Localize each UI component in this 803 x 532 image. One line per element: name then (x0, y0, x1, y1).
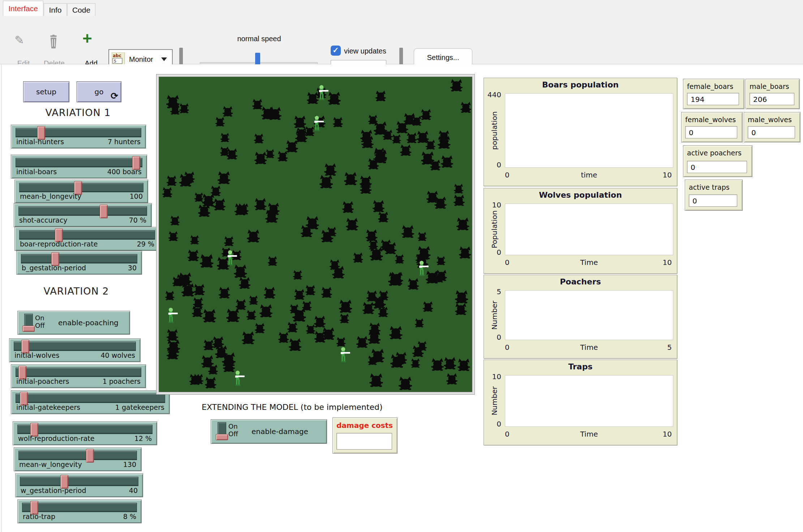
plot-area (505, 93, 673, 168)
boar-sprite (422, 301, 433, 312)
boar-sprite (416, 130, 429, 143)
slider-initial-gatekeepers[interactable]: initial-gatekeepers1 gatekeepers (11, 390, 170, 414)
delete-trash-icon[interactable] (48, 35, 59, 48)
slider-value: 70 % (129, 216, 146, 224)
plot-xmax-tick: 10 (663, 258, 672, 267)
tab-info-label: Info (49, 6, 61, 14)
boar-sprite (384, 242, 397, 254)
slider-initial-poachers[interactable]: initial-poachers1 poachers (11, 364, 146, 388)
boar-sprite (441, 155, 454, 168)
slider-groove[interactable] (22, 503, 137, 512)
slider-groove[interactable] (16, 394, 165, 403)
boar-sprite (434, 273, 444, 283)
slider-groove[interactable] (16, 128, 141, 137)
tab-info[interactable]: Info (44, 3, 67, 16)
slider-mean-b-longevity[interactable]: mean-b_longevity100 (14, 180, 148, 203)
slider-mean-w-longevity[interactable]: mean-w_longevity130 (14, 447, 142, 471)
plot-ylabel: Number (490, 386, 499, 415)
monitor-label: male_boars (750, 82, 796, 90)
plot-title: Boars population (484, 80, 677, 89)
edit-pencil-icon[interactable]: ✎ (14, 33, 24, 47)
boar-sprite (234, 203, 246, 215)
slider-label: b_gestation-period (22, 264, 86, 272)
switch-name-label: enable-damage (252, 420, 308, 443)
slider-ratio-trap[interactable]: ratio-trap8 % (17, 499, 142, 523)
slider-shot-accuracy[interactable]: shot-accuracy70 % (14, 203, 152, 227)
setup-button-label: setup (36, 87, 56, 96)
slider-label: initial-boars (16, 168, 57, 176)
boar-sprite (417, 341, 427, 351)
tab-code[interactable]: Code (67, 3, 95, 16)
slider-groove[interactable] (19, 183, 143, 192)
plot-ymax-tick: 440 (485, 90, 501, 99)
slider-initial-wolves[interactable]: initial-wolves40 wolves (9, 338, 141, 362)
slider-label: mean-b_longevity (20, 192, 81, 200)
slider-initial-hunters[interactable]: initial-hunters7 hunters (11, 125, 146, 149)
boar-sprite (215, 117, 225, 127)
setup-button[interactable]: setup (23, 81, 69, 102)
slider-initial-boars[interactable]: initial-boars400 boars (11, 155, 147, 179)
boar-sprite (166, 95, 180, 109)
add-plus-icon[interactable]: + (82, 31, 92, 46)
boar-sprite (327, 91, 341, 105)
slider-value: 29 % (137, 240, 154, 248)
speed-slider-label: normal speed (201, 35, 318, 43)
world-view[interactable] (159, 77, 472, 392)
slider-w-gestation-period[interactable]: w_gestation-period40 (15, 473, 143, 497)
boar-sprite (378, 211, 389, 223)
boar-sprite (415, 318, 424, 328)
slider-groove[interactable] (16, 368, 141, 377)
output-monitor-damage-costs: damage costs (332, 417, 398, 454)
boar-sprite (224, 236, 234, 246)
hunter-sprite (417, 260, 429, 277)
forever-icon: ⟳ (111, 91, 118, 101)
tab-bar: Interface Info Code (0, 0, 803, 16)
go-button[interactable]: go ⟳ (77, 81, 121, 102)
switch-enable-damage[interactable]: On Off enable-damage (211, 419, 327, 444)
slider-groove[interactable] (19, 230, 155, 240)
switch-off-label: Off (228, 430, 238, 438)
boar-sprite (368, 355, 378, 365)
hunter-sprite (233, 370, 245, 387)
slider-b-gestation-period[interactable]: b_gestation-period30 (16, 251, 142, 275)
switch-handle[interactable] (22, 326, 35, 332)
plot-xlabel: Time (505, 430, 673, 438)
monitor-value: 0 (748, 126, 795, 138)
settings-button[interactable]: Settings... (414, 48, 472, 66)
boar-sprite (339, 313, 349, 323)
monitor-value: 206 (750, 93, 794, 105)
slider-groove[interactable] (18, 451, 137, 460)
plot-wolves-population: Wolves population Population 10 0 0 Time… (484, 188, 677, 274)
view-updates-checkbox[interactable] (331, 46, 341, 56)
switch-enable-poaching[interactable]: On Off enable-poaching (17, 311, 130, 335)
boar-sprite (199, 254, 214, 268)
boar-sprite (292, 308, 306, 322)
boar-sprite (190, 235, 199, 245)
slider-label: w_gestation-period (21, 486, 86, 494)
slider-groove[interactable] (18, 206, 147, 216)
switch-handle[interactable] (216, 434, 228, 440)
boar-sprite (268, 107, 282, 120)
slider-value: 1 gatekeepers (115, 403, 164, 411)
slider-wolf-reproduction-rate[interactable]: wolf-reproduction-rate12 % (13, 421, 157, 445)
slider-groove[interactable] (16, 158, 142, 167)
slider-groove[interactable] (20, 477, 138, 486)
boar-sprite (201, 355, 214, 368)
boar-sprite (220, 133, 230, 142)
plot-ylabel: Population (490, 210, 499, 248)
slider-value: 30 (128, 264, 137, 272)
tab-interface[interactable]: Interface (3, 1, 43, 16)
monitor-value: 194 (687, 93, 739, 105)
slider-groove[interactable] (17, 425, 153, 434)
boar-sprite (369, 373, 383, 387)
slider-groove[interactable] (14, 342, 136, 351)
boar-sprite (336, 337, 346, 347)
plot-xmax-tick: 10 (663, 171, 672, 179)
boar-sprite (246, 229, 260, 243)
switch-on-label: On (228, 422, 238, 430)
slider-boar-reproduction-rate[interactable]: boar-reproduction-rate29 % (14, 227, 160, 251)
boar-sprite (372, 200, 385, 213)
slider-groove[interactable] (21, 254, 137, 263)
boar-sprite (403, 113, 416, 125)
go-button-label: go (95, 87, 104, 96)
